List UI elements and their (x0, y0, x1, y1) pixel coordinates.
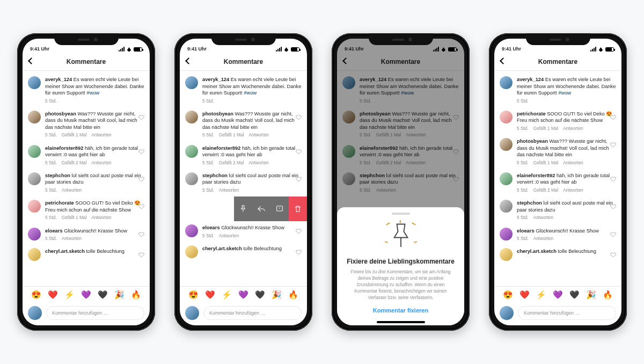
pin-confirm-button[interactable]: Kommentar fixieren (347, 307, 455, 314)
comment-meta-item[interactable]: Gefällt 2 Mal (62, 160, 87, 166)
avatar[interactable] (500, 111, 513, 123)
comment-row[interactable]: averyk_124 Es waren echt viele Leute bei… (180, 73, 307, 107)
avatar[interactable] (185, 145, 198, 158)
emoji-button[interactable]: 🎉 (586, 290, 596, 300)
comment-username[interactable]: stephchon (202, 173, 228, 178)
like-comment-button[interactable] (610, 174, 616, 180)
comment-username[interactable]: petrichorate (517, 111, 546, 117)
comment-username[interactable]: eloears (202, 225, 220, 230)
like-comment-button[interactable] (138, 113, 144, 119)
comment-username[interactable]: cheryl.art.sketch (45, 249, 85, 254)
like-comment-button[interactable] (610, 140, 616, 146)
avatar[interactable] (28, 111, 41, 123)
comment-meta-item[interactable]: Antworten (533, 215, 553, 221)
hashtag[interactable]: #wow (559, 90, 572, 96)
comment-row[interactable]: photosbyean Was??? Wusste gar nicht, das… (23, 107, 150, 142)
comment-row[interactable]: photosbyean Was??? Wusste gar nicht, das… (494, 135, 621, 169)
like-comment-button[interactable] (296, 247, 302, 253)
comment-username[interactable]: elaineforster892 (45, 145, 83, 151)
comment-input[interactable]: Kommentar hinzufügen … (46, 306, 144, 320)
comment-username[interactable]: averyk_124 (45, 77, 72, 82)
back-button[interactable] (499, 57, 508, 67)
like-comment-button[interactable] (138, 230, 144, 236)
comments-list[interactable]: averyk_124 Es waren echt viele Leute bei… (23, 71, 150, 286)
comment-row[interactable]: averyk_124 Es waren echt viele Leute bei… (494, 73, 621, 107)
avatar[interactable] (28, 248, 41, 261)
comment-meta-item[interactable]: Gefällt 2 Mal (533, 187, 559, 193)
comment-username[interactable]: stephchon (517, 200, 542, 206)
avatar[interactable] (28, 76, 41, 89)
emoji-button[interactable]: 🔥 (131, 290, 141, 300)
like-comment-button[interactable] (138, 174, 144, 180)
comment-input[interactable]: Kommentar hinzufügen … (203, 306, 302, 320)
comment-meta-item[interactable]: Antworten (563, 126, 583, 132)
emoji-button[interactable]: 💜 (81, 290, 91, 300)
comment-meta-item[interactable]: Antworten (248, 132, 268, 138)
avatar[interactable] (185, 224, 198, 237)
emoji-button[interactable]: 🖤 (255, 290, 265, 300)
hashtag[interactable]: #wow (244, 90, 257, 96)
emoji-button[interactable]: ⚡ (64, 290, 75, 300)
like-comment-button[interactable] (296, 227, 302, 232)
avatar[interactable] (28, 145, 41, 158)
avatar[interactable] (500, 76, 513, 89)
comments-list[interactable]: averyk_124 Es waren echt viele Leute bei… (494, 71, 621, 286)
avatar[interactable] (500, 248, 513, 261)
comment-meta-item[interactable]: Gefällt 1 Mal (219, 132, 244, 138)
delete-comment-button[interactable] (289, 196, 307, 221)
comment-meta-item[interactable]: Antworten (62, 236, 82, 242)
emoji-button[interactable]: 😍 (188, 290, 199, 300)
emoji-button[interactable]: 🔥 (603, 290, 613, 300)
comment-row[interactable]: petrichorate SOOO GUT! So viel Deko 😍 Fr… (494, 107, 621, 135)
avatar[interactable] (28, 200, 41, 213)
comment-meta-item[interactable]: Antworten (248, 160, 268, 166)
comment-username[interactable]: photosbyean (202, 111, 233, 117)
like-comment-button[interactable] (138, 202, 144, 208)
like-comment-button[interactable] (610, 202, 616, 208)
avatar[interactable] (28, 172, 41, 185)
emoji-button[interactable]: ❤️ (205, 290, 215, 300)
like-comment-button[interactable] (296, 174, 302, 180)
comments-list[interactable]: averyk_124 Es waren echt viele Leute bei… (180, 71, 307, 286)
comment-meta-item[interactable]: Antworten (91, 160, 111, 166)
emoji-button[interactable]: 🖤 (569, 290, 580, 300)
emoji-button[interactable]: 🎉 (272, 290, 282, 300)
emoji-button[interactable]: 🖤 (98, 290, 108, 300)
comment-row[interactable]: stephchon lol sieht cool aus! poste mal … (23, 169, 150, 196)
comment-input[interactable]: Kommentar hinzufügen … (518, 306, 616, 320)
comment-username[interactable]: stephchon (45, 173, 70, 178)
avatar[interactable] (185, 76, 198, 89)
avatar[interactable] (500, 138, 513, 151)
comment-username[interactable]: photosbyean (45, 111, 76, 117)
avatar[interactable] (500, 200, 513, 213)
comment-meta-item[interactable]: Gefällt 1 Mal (62, 132, 87, 138)
back-button[interactable] (184, 57, 194, 67)
hashtag[interactable]: #wow (87, 90, 100, 96)
comment-meta-item[interactable]: Gefällt 1 Mal (62, 215, 87, 221)
comment-row[interactable]: elaineforster892 häh, ich bin gerade tot… (494, 169, 621, 196)
comment-row[interactable]: eloears Glückwunsch!! Krasse Show 5 Std.… (180, 221, 307, 242)
emoji-button[interactable]: 💜 (553, 290, 563, 300)
comment-username[interactable]: eloears (45, 228, 63, 234)
like-comment-button[interactable] (296, 113, 302, 119)
comment-username[interactable]: petrichorate (45, 200, 74, 206)
emoji-button[interactable]: 🎉 (114, 290, 125, 300)
comment-row[interactable]: cheryl.art.sketch tolle Beleuchtung (180, 242, 307, 261)
like-comment-button[interactable] (610, 113, 616, 119)
like-comment-button[interactable] (138, 250, 144, 256)
comment-meta-item[interactable]: Antworten (563, 160, 583, 166)
comment-meta-item[interactable]: Gefällt 1 Mal (533, 126, 559, 132)
avatar[interactable] (185, 172, 198, 185)
emoji-button[interactable]: 💜 (238, 290, 248, 300)
avatar[interactable] (500, 228, 513, 241)
avatar[interactable] (500, 172, 513, 185)
home-indicator[interactable] (377, 321, 425, 323)
comment-meta-item[interactable]: Antworten (219, 187, 239, 193)
like-comment-button[interactable] (610, 250, 616, 256)
comment-username[interactable]: elaineforster892 (517, 173, 555, 178)
pin-comment-button[interactable] (234, 196, 252, 221)
comment-row[interactable]: elaineforster892 häh, ich bin gerade tot… (23, 142, 150, 169)
comment-row[interactable]: averyk_124 Es waren echt viele Leute bei… (23, 73, 150, 107)
avatar[interactable] (28, 228, 41, 241)
avatar[interactable] (185, 111, 198, 123)
